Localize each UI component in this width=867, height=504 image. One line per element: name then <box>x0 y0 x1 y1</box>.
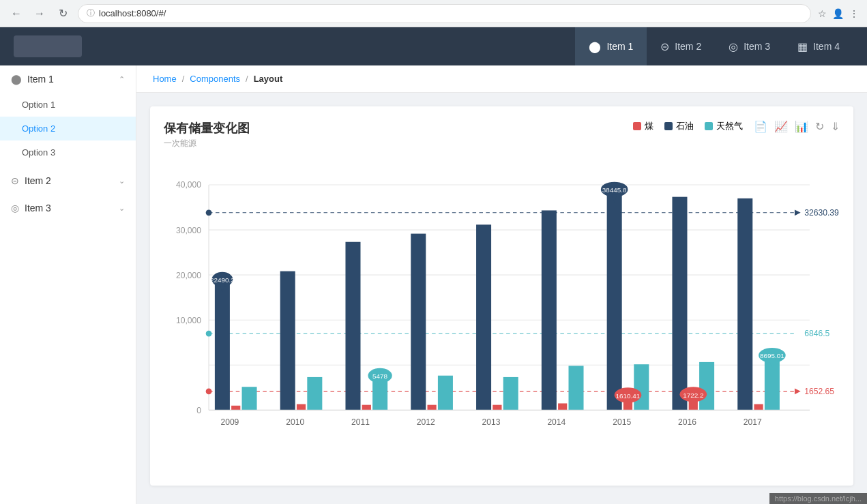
bar-2016-gas <box>699 362 714 410</box>
legend-label-oil: 石油 <box>676 120 694 132</box>
app-header: ⬤ Item 1 ⊝ Item 2 ◎ Item 3 ▦ Item 4 <box>0 27 867 65</box>
sidebar-option1[interactable]: Option 1 <box>0 93 136 117</box>
menu-icon[interactable]: ⋮ <box>849 8 859 19</box>
sidebar-item-item3[interactable]: ◎ Item 3 ⌄ <box>0 194 136 222</box>
nav-label-item2: Item 2 <box>675 41 701 52</box>
sidebar-option2-label: Option 2 <box>22 123 55 134</box>
chart-container: 保有储量变化图 一次能源 煤 石油 天然气 <box>150 106 853 486</box>
breadcrumb-current: Layout <box>254 74 283 84</box>
back-button[interactable]: ← <box>8 5 25 22</box>
svg-text:2010: 2010 <box>286 417 304 427</box>
sidebar-label-item1: Item 1 <box>27 74 54 85</box>
legend-label-gas: 天然气 <box>716 120 743 132</box>
svg-text:20,000: 20,000 <box>176 271 201 280</box>
bar-2010-coal <box>297 404 306 411</box>
nav-item-item1[interactable]: ⬤ Item 1 <box>575 27 647 65</box>
star-icon[interactable]: ☆ <box>818 8 827 19</box>
svg-marker-12 <box>795 209 801 216</box>
toolbar-line-icon[interactable]: 📈 <box>774 120 788 133</box>
chart-header: 保有储量变化图 一次能源 煤 石油 天然气 <box>164 120 840 149</box>
chart-svg-wrap: 40,000 30,000 20,000 10,000 0 32630.39 6… <box>164 155 840 472</box>
bar-2009-coal <box>231 406 240 411</box>
bar-2010-gas <box>307 377 322 410</box>
breadcrumb-home[interactable]: Home <box>153 74 177 84</box>
sidebar-option2[interactable]: Option 2 <box>0 117 136 140</box>
legend-oil: 石油 <box>664 120 694 132</box>
svg-text:10,000: 10,000 <box>176 316 201 325</box>
bar-2014-gas <box>568 366 583 410</box>
chart-svg: 40,000 30,000 20,000 10,000 0 32630.39 6… <box>164 155 840 470</box>
nav-icon-item4: ▦ <box>797 40 808 53</box>
bar-2017-coal <box>754 404 763 411</box>
svg-text:30,000: 30,000 <box>176 226 201 235</box>
svg-text:40,000: 40,000 <box>176 180 201 190</box>
bar-2011-oil <box>345 242 360 411</box>
svg-text:38445.8: 38445.8 <box>602 186 627 194</box>
nav-item-item2[interactable]: ⊝ Item 2 <box>647 27 715 65</box>
toolbar-download-icon[interactable]: ⇓ <box>831 120 840 133</box>
svg-text:1610.41: 1610.41 <box>616 392 641 400</box>
legend-gas: 天然气 <box>705 120 743 132</box>
sidebar-option3[interactable]: Option 3 <box>0 140 136 164</box>
svg-point-48 <box>206 209 212 216</box>
svg-text:1722.2: 1722.2 <box>683 391 703 399</box>
svg-text:5478: 5478 <box>372 372 388 380</box>
chevron-right-icon: ⌄ <box>119 177 125 186</box>
toolbar-bar-icon[interactable]: 📊 <box>795 120 808 133</box>
breadcrumb-components[interactable]: Components <box>190 74 240 84</box>
bar-2011-coal <box>362 405 371 411</box>
chevron-right-icon-2: ⌄ <box>119 204 125 213</box>
toolbar-doc-icon[interactable]: 📄 <box>754 120 767 133</box>
bar-2017-oil <box>737 198 752 411</box>
bar-2009-oil <box>215 283 230 410</box>
chevron-down-icon: ⌃ <box>119 75 125 84</box>
svg-text:6846.5: 6846.5 <box>804 329 829 338</box>
sidebar-label-item3: Item 3 <box>25 203 51 213</box>
svg-text:2016: 2016 <box>678 417 696 427</box>
breadcrumb-sep2: / <box>246 74 248 84</box>
sidebar-item-item2[interactable]: ⊝ Item 2 ⌄ <box>0 167 136 194</box>
nav-label-item4: Item 4 <box>813 41 840 52</box>
nav-item-item3[interactable]: ◎ Item 3 <box>715 27 784 65</box>
nav-label-item1: Item 1 <box>606 41 633 52</box>
bar-2009-gas <box>242 387 257 410</box>
legend-dot-gas <box>705 122 713 130</box>
sidebar: ⬤ Item 1 ⌃ Option 1 Option 2 Option 3 ⊝ … <box>0 65 136 504</box>
toolbar-refresh-icon[interactable]: ↻ <box>815 120 824 133</box>
nav-icon-item2: ⊝ <box>660 40 669 53</box>
nav-item-item4[interactable]: ▦ Item 4 <box>784 27 853 65</box>
sidebar-icon-item2: ⊝ <box>11 175 19 186</box>
svg-text:2012: 2012 <box>417 417 435 427</box>
account-icon[interactable]: 👤 <box>832 8 844 19</box>
breadcrumb: Home / Components / Layout <box>136 65 867 93</box>
browser-chrome: ← → ↻ ⓘ localhost:8080/#/ ☆ 👤 ⋮ <box>0 0 867 27</box>
forward-button[interactable]: → <box>31 5 48 22</box>
refresh-button[interactable]: ↻ <box>55 5 71 22</box>
svg-text:0: 0 <box>196 406 201 415</box>
bar-2013-oil <box>476 224 491 410</box>
nav-label-item3: Item 3 <box>744 41 770 52</box>
svg-text:2013: 2013 <box>482 417 501 427</box>
svg-text:22490.2: 22490.2 <box>210 276 235 284</box>
nav-icon-item1: ⬤ <box>589 40 601 53</box>
svg-text:1652.65: 1652.65 <box>804 387 834 396</box>
browser-icons: ☆ 👤 ⋮ <box>818 8 859 19</box>
app-logo <box>14 35 82 57</box>
chart-title: 保有储量变化图 <box>164 120 633 136</box>
nav-menu: ⬤ Item 1 ⊝ Item 2 ◎ Item 3 ▦ Item 4 <box>575 27 853 65</box>
sidebar-icon-item1: ⬤ <box>11 74 22 85</box>
bar-2012-oil <box>411 234 426 411</box>
legend-coal: 煤 <box>633 120 653 132</box>
bar-2013-coal <box>493 405 501 411</box>
status-url: https://blog.csdn.net/lcjh... <box>775 494 862 503</box>
url-text: localhost:8080/#/ <box>99 8 166 18</box>
bar-2014-coal <box>558 403 567 410</box>
sidebar-item-item1[interactable]: ⬤ Item 1 ⌃ <box>0 65 136 93</box>
sidebar-option1-label: Option 1 <box>22 100 55 110</box>
chart-subtitle: 一次能源 <box>164 138 633 149</box>
address-bar[interactable]: ⓘ localhost:8080/#/ <box>78 4 811 23</box>
svg-text:2017: 2017 <box>744 417 762 427</box>
bar-2010-oil <box>280 271 295 411</box>
bar-2016-oil <box>672 197 687 411</box>
bar-2012-gas <box>438 376 453 411</box>
